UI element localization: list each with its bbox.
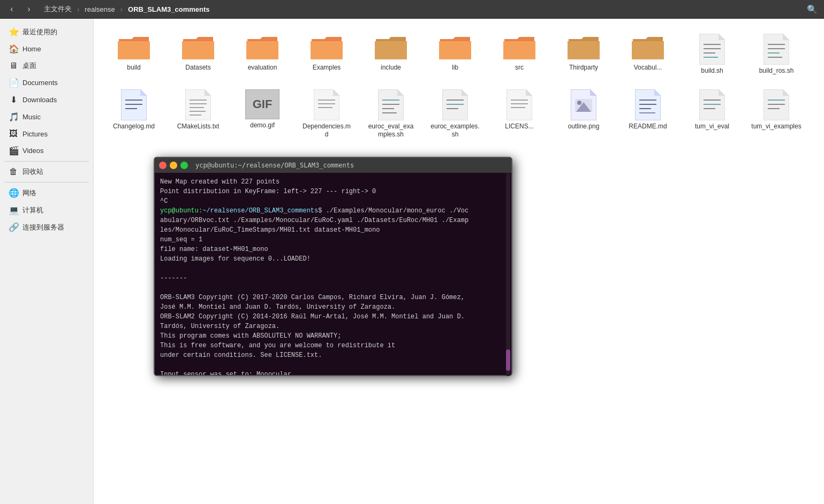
folder-thirdparty[interactable]: Thirdparty	[554, 29, 613, 80]
sidebar-item-trash-label: 回收站	[22, 167, 43, 177]
downloads-icon: ⬇	[9, 95, 18, 105]
terminal-window[interactable]: ycp@ubuntu:~/realsense/ORB_SLAM3_comment…	[154, 157, 512, 376]
file-changelog-md-label: Changelog.md	[113, 123, 155, 131]
desktop-icon: 🖥	[9, 61, 18, 71]
sidebar-item-computer[interactable]: 💻 计算机	[2, 202, 91, 218]
file-outline-png-label: outline.png	[568, 123, 600, 131]
svg-point-48	[577, 101, 581, 105]
terminal-title: ycp@ubuntu:~/realsense/ORB_SLAM3_comment…	[195, 162, 354, 169]
sidebar-item-recent-label: 最近使用的	[22, 27, 57, 37]
back-button[interactable]: ‹	[4, 2, 19, 17]
sidebar-item-desktop[interactable]: 🖥 桌面	[2, 58, 91, 74]
sidebar-item-pictures-label: Pictures	[22, 130, 48, 138]
file-tum-vi-examples[interactable]: tum_vi_examples	[747, 85, 806, 143]
folder-src[interactable]: src	[490, 29, 549, 80]
sidebar-item-music[interactable]: 🎵 Music	[2, 109, 91, 125]
sidebar-item-connect-server[interactable]: 🔗 连接到服务器	[2, 219, 91, 235]
network-icon: 🌐	[9, 188, 18, 198]
sidebar-item-home[interactable]: 🏠 Home	[2, 41, 91, 57]
file-icon	[699, 34, 725, 65]
file-euroc-examples[interactable]: euroc_examples.sh	[426, 85, 485, 143]
folder-include[interactable]: include	[361, 29, 420, 80]
terminal-scrollbar-thumb[interactable]	[506, 349, 510, 371]
recent-icon: ⭐	[9, 27, 18, 37]
file-demo-gif[interactable]: GIF demo.gif	[233, 85, 292, 143]
sidebar-item-music-label: Music	[22, 113, 41, 121]
file-tum-vi-examples-label: tum_vi_examples	[751, 123, 801, 131]
terminal-close-button[interactable]	[159, 162, 167, 169]
sidebar-item-home-label: Home	[22, 45, 41, 53]
sidebar-item-recent[interactable]: ⭐ 最近使用的	[2, 24, 91, 40]
folder-thirdparty-label: Thirdparty	[569, 64, 598, 72]
music-icon: 🎵	[9, 112, 18, 122]
file-icon	[378, 89, 404, 120]
folder-src-label: src	[515, 64, 524, 72]
sidebar-item-trash[interactable]: 🗑 回收站	[2, 164, 91, 180]
trash-icon: 🗑	[9, 167, 18, 177]
folder-build-label: build	[127, 64, 140, 72]
file-readme-md[interactable]: README.md	[618, 85, 677, 143]
breadcrumb-sep-2: ›	[120, 5, 123, 13]
sidebar-item-network-label: 网络	[22, 188, 36, 198]
file-icon	[763, 89, 789, 120]
forward-button[interactable]: ›	[21, 2, 36, 17]
breadcrumb-home[interactable]: 主文件夹	[41, 3, 75, 15]
file-icon	[699, 89, 725, 120]
file-icon	[507, 89, 532, 120]
folder-vocabul[interactable]: Vocabul...	[618, 29, 677, 80]
file-euroc-examples-label: euroc_examples.sh	[430, 123, 480, 139]
file-euroc-eval[interactable]: euroc_eval_examples.sh	[361, 85, 420, 143]
terminal-output: New Map created with 227 points Point di…	[160, 177, 506, 375]
file-cmakelists[interactable]: CMakeLists.txt	[169, 85, 228, 143]
folder-evaluation-label: evaluation	[248, 64, 277, 72]
file-euroc-eval-label: euroc_eval_examples.sh	[366, 123, 416, 139]
file-build-ros-sh-label: build_ros.sh	[759, 67, 794, 75]
folder-build[interactable]: build	[104, 29, 163, 80]
folder-vocabul-label: Vocabul...	[634, 64, 662, 72]
sidebar-item-documents-label: Documents	[22, 79, 58, 87]
file-dependencies-md[interactable]: Dependencies.md	[297, 85, 356, 143]
sidebar-item-videos-label: Videos	[22, 147, 44, 155]
sidebar-item-downloads-label: Downloads	[22, 96, 57, 104]
terminal-body[interactable]: New Map created with 227 points Point di…	[155, 173, 511, 375]
folder-evaluation[interactable]: evaluation	[233, 29, 292, 80]
file-readme-md-label: README.md	[629, 123, 667, 131]
terminal-scrollbar[interactable]	[506, 173, 510, 376]
connect-server-icon: 🔗	[9, 222, 18, 232]
folder-icon	[502, 34, 536, 62]
terminal-titlebar: ycp@ubuntu:~/realsense/ORB_SLAM3_comment…	[155, 158, 511, 173]
terminal-maximize-button[interactable]	[180, 162, 188, 169]
folder-lib[interactable]: lib	[426, 29, 485, 80]
sidebar: ⭐ 最近使用的 🏠 Home 🖥 桌面 📄 Documents ⬇ Downlo…	[0, 19, 94, 504]
breadcrumb-current[interactable]: ORB_SLAM3_comments	[125, 4, 213, 14]
file-build-ros-sh[interactable]: build_ros.sh	[747, 29, 806, 80]
file-license[interactable]: LICENS...	[490, 85, 549, 143]
file-build-sh[interactable]: build.sh	[683, 29, 742, 80]
sidebar-item-downloads[interactable]: ⬇ Downloads	[2, 91, 91, 108]
file-tum-vi-eval[interactable]: tum_vi_eval	[683, 85, 742, 143]
file-demo-gif-label: demo.gif	[250, 121, 275, 130]
folder-icon	[438, 34, 472, 62]
file-build-sh-label: build.sh	[701, 67, 723, 75]
file-license-label: LICENS...	[505, 123, 533, 131]
search-button[interactable]: 🔍	[805, 2, 820, 17]
breadcrumb-realsense[interactable]: realsense	[81, 4, 118, 14]
folder-icon	[374, 34, 408, 62]
sidebar-divider-2	[4, 182, 89, 182]
sidebar-item-network[interactable]: 🌐 网络	[2, 185, 91, 201]
file-dependencies-md-label: Dependencies.md	[301, 123, 352, 139]
file-outline-png[interactable]: outline.png	[554, 85, 613, 143]
file-changelog-md[interactable]: Changelog.md	[104, 85, 163, 143]
sidebar-item-documents[interactable]: 📄 Documents	[2, 74, 91, 91]
folder-examples[interactable]: Examples	[297, 29, 356, 80]
folder-datasets[interactable]: Datasets	[169, 29, 228, 80]
sidebar-item-videos[interactable]: 🎬 Videos	[2, 142, 91, 159]
sidebar-item-connect-server-label: 连接到服务器	[22, 223, 64, 232]
file-area: build Datasets evaluation	[94, 19, 824, 504]
file-icon	[635, 89, 661, 120]
sidebar-item-pictures[interactable]: 🖼 Pictures	[2, 126, 91, 142]
file-icon	[763, 34, 789, 65]
terminal-minimize-button[interactable]	[170, 162, 177, 169]
file-cmakelists-label: CMakeLists.txt	[177, 123, 220, 131]
folder-icon	[309, 34, 344, 62]
